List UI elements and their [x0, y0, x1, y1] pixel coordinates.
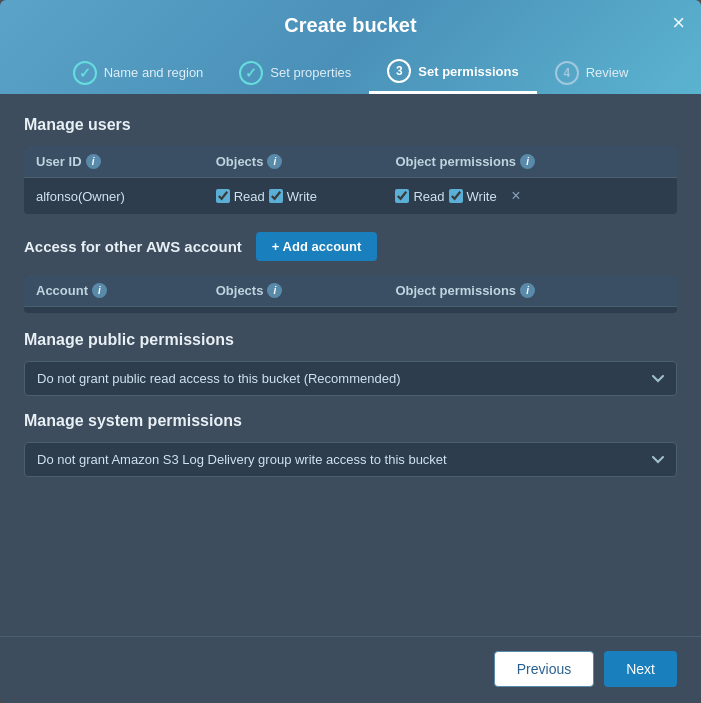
- manage-system-title: Manage system permissions: [24, 412, 677, 430]
- objects-info-icon[interactable]: i: [267, 154, 282, 169]
- users-col-objperm: Object permissions i: [395, 154, 665, 169]
- modal-title-row: Create bucket ×: [20, 14, 681, 37]
- modal-title: Create bucket: [284, 14, 416, 37]
- step4-circle: 4: [555, 61, 579, 85]
- previous-button[interactable]: Previous: [494, 651, 594, 687]
- objects-read-checkbox[interactable]: [216, 189, 230, 203]
- userid-info-icon[interactable]: i: [86, 154, 101, 169]
- row-userid: alfonso(Owner): [36, 189, 216, 204]
- steps-row: ✓ Name and region ✓ Set properties 3 Set…: [20, 51, 681, 94]
- step-set-properties[interactable]: ✓ Set properties: [221, 53, 369, 93]
- account-info-icon[interactable]: i: [92, 283, 107, 298]
- modal-header: Create bucket × ✓ Name and region ✓ Set …: [0, 0, 701, 94]
- modal-body: Manage users User ID i Objects i Object …: [0, 94, 701, 636]
- account-table: Account i Objects i Object permissions i: [24, 275, 677, 313]
- objperm-write-label[interactable]: Write: [449, 189, 497, 204]
- access-other-label: Access for other AWS account: [24, 238, 242, 255]
- account-objperm-info-icon[interactable]: i: [520, 283, 535, 298]
- step-name-region[interactable]: ✓ Name and region: [55, 53, 222, 93]
- row-objects: Read Write: [216, 189, 396, 204]
- objperm-read-label[interactable]: Read: [395, 189, 444, 204]
- close-button[interactable]: ×: [672, 12, 685, 34]
- table-row: alfonso(Owner) Read Write Read Writ: [24, 178, 677, 214]
- row-objperm: Read Write ×: [395, 187, 665, 205]
- manage-public-dropdown[interactable]: Do not grant public read access to this …: [24, 361, 677, 396]
- add-account-button[interactable]: + Add account: [256, 232, 377, 261]
- modal-footer: Previous Next: [0, 636, 701, 703]
- step3-label: Set permissions: [418, 64, 518, 79]
- account-objects-info-icon[interactable]: i: [267, 283, 282, 298]
- account-col-objects: Objects i: [216, 283, 396, 298]
- manage-users-title: Manage users: [24, 116, 677, 134]
- step3-circle: 3: [387, 59, 411, 83]
- objects-write-checkbox[interactable]: [269, 189, 283, 203]
- objperm-read-checkbox[interactable]: [395, 189, 409, 203]
- step-set-permissions[interactable]: 3 Set permissions: [369, 51, 536, 94]
- manage-system-dropdown-section: Do not grant Amazon S3 Log Delivery grou…: [24, 442, 677, 477]
- manage-system-dropdown[interactable]: Do not grant Amazon S3 Log Delivery grou…: [24, 442, 677, 477]
- access-other-row: Access for other AWS account + Add accou…: [24, 232, 677, 261]
- next-button[interactable]: Next: [604, 651, 677, 687]
- objects-read-label[interactable]: Read: [216, 189, 265, 204]
- users-col-objects: Objects i: [216, 154, 396, 169]
- step-review[interactable]: 4 Review: [537, 53, 647, 93]
- objperm-info-icon[interactable]: i: [520, 154, 535, 169]
- manage-public-dropdown-section: Do not grant public read access to this …: [24, 361, 677, 396]
- step1-label: Name and region: [104, 65, 204, 80]
- users-table-header: User ID i Objects i Object permissions i: [24, 146, 677, 178]
- objperm-write-checkbox[interactable]: [449, 189, 463, 203]
- users-table: User ID i Objects i Object permissions i…: [24, 146, 677, 214]
- account-col-account: Account i: [36, 283, 216, 298]
- manage-public-title: Manage public permissions: [24, 331, 677, 349]
- step4-label: Review: [586, 65, 629, 80]
- step2-label: Set properties: [270, 65, 351, 80]
- delete-row-button[interactable]: ×: [511, 187, 520, 205]
- account-table-header: Account i Objects i Object permissions i: [24, 275, 677, 307]
- account-col-objperm: Object permissions i: [395, 283, 665, 298]
- objects-write-label[interactable]: Write: [269, 189, 317, 204]
- users-col-userid: User ID i: [36, 154, 216, 169]
- row-delete-cell: ×: [501, 187, 521, 205]
- create-bucket-modal: Create bucket × ✓ Name and region ✓ Set …: [0, 0, 701, 703]
- step1-check-icon: ✓: [73, 61, 97, 85]
- step2-check-icon: ✓: [239, 61, 263, 85]
